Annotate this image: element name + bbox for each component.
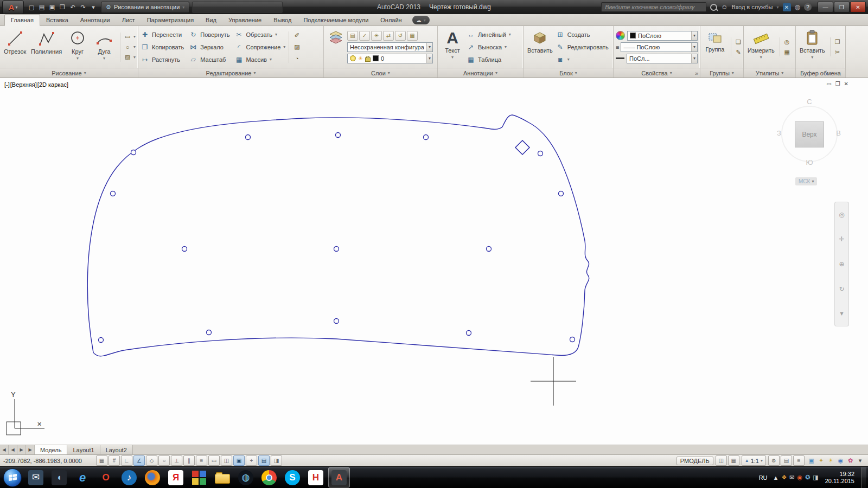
paste-button[interactable]: Вставить ▾ (798, 27, 827, 67)
groups-mini-1[interactable]: ❏ (733, 37, 743, 46)
ribbon-tab-3[interactable]: Аннотации (74, 15, 116, 25)
status-toggle-4[interactable]: ∠ (133, 455, 145, 466)
ie-icon[interactable]: e (72, 467, 93, 487)
layer-tool-2[interactable]: ✓ (359, 31, 370, 41)
panel-caption-layers[interactable]: Слои ▾ (324, 68, 437, 78)
insert-block-button[interactable]: Вставить (526, 27, 554, 67)
status-toggle-7[interactable]: ⊥ (171, 455, 182, 466)
status-colored-5[interactable]: ✿ (846, 457, 855, 464)
skype-icon[interactable]: S (282, 467, 303, 487)
status-more-3[interactable]: ≡ (793, 455, 805, 466)
layer-tool-3[interactable]: ☀ (371, 31, 382, 41)
layout-nav-2[interactable]: ◀ (9, 445, 17, 454)
layout-tab-модель[interactable]: Модель (35, 445, 67, 454)
panel-caption-clipboard[interactable]: Буфер обмена (796, 68, 845, 78)
modify-extra-2[interactable]: ▨ (292, 43, 302, 52)
chrome-icon[interactable] (258, 467, 280, 487)
connect-menu[interactable]: ☁ ▾ (412, 16, 430, 24)
status-more-1[interactable]: ⚙ (768, 455, 780, 466)
layer-tool-6[interactable]: ▦ (407, 31, 418, 41)
status-more-2[interactable]: ▤ (781, 455, 792, 466)
firefox-icon[interactable] (142, 467, 163, 487)
status-toggle-1[interactable]: ▦ (96, 455, 107, 466)
taskbar-clock[interactable]: 19:32 20.11.2015 (822, 471, 857, 485)
panel-caption-annotation[interactable]: Аннотации ▾ (438, 68, 523, 78)
clipboard-mini-1[interactable]: ❐ (833, 37, 843, 46)
minimize-button[interactable]: — (818, 2, 833, 12)
create-block-button[interactable]: ⊞ Создать (556, 28, 609, 41)
navbar-tool-5[interactable]: ▾ (840, 310, 843, 317)
clipboard-mini-2[interactable]: ✂ (833, 48, 843, 56)
search-icon[interactable] (710, 4, 717, 11)
navbar-tool-1[interactable]: ◎ (839, 211, 844, 219)
ribbon-tab-8[interactable]: Вывод (267, 15, 297, 25)
status-toggle-10[interactable]: ▭ (208, 455, 220, 466)
undo-icon[interactable]: ↶ (68, 2, 78, 12)
ribbon-tab-5[interactable]: Параметризация (141, 15, 200, 25)
status-toggle-11[interactable]: ◫ (221, 455, 232, 466)
viewport-view-control[interactable]: [Верхняя] (10, 81, 37, 88)
viewcube-west[interactable]: З (777, 129, 781, 137)
yandex-icon[interactable]: Я (165, 467, 187, 487)
linear-dimension-button[interactable]: ↔ Линейный ▾ (467, 28, 511, 41)
navbar-tool-4[interactable]: ↻ (839, 285, 844, 293)
status-toggle-6[interactable]: ○ (158, 455, 170, 466)
ribbon-tab-2[interactable]: Вставка (40, 15, 74, 25)
status-toggle-3[interactable]: ∟ (121, 455, 132, 466)
model-space-button[interactable]: РМОДЕЛЬ (676, 457, 713, 465)
viewport-restore-icon[interactable]: ❐ (835, 81, 840, 87)
draw-flyout-3[interactable]: ▨▾ (123, 53, 136, 62)
status-toggle-2[interactable]: # (108, 455, 120, 466)
status-toggle-12[interactable]: ▣ (233, 455, 245, 466)
speaker-icon[interactable]: ♪ (118, 467, 140, 487)
status-toggle-14[interactable]: ▤ (258, 455, 270, 466)
autocad-taskbar-icon[interactable]: A (328, 467, 350, 487)
layout-tab-layout2[interactable]: Layout2 (100, 445, 133, 454)
close-button[interactable]: ✕ (850, 2, 866, 12)
viewport-minimize-icon[interactable]: ▭ (826, 81, 831, 87)
utilities-mini-2[interactable]: ▦ (782, 48, 792, 56)
draw-flyout-1[interactable]: ▭▾ (123, 33, 136, 41)
layer-state-dropdown[interactable]: Несохраненная конфигурация сло ▾ (347, 42, 433, 52)
layer-properties-button[interactable] (326, 27, 346, 67)
panel-expand-icon[interactable]: » (695, 70, 698, 76)
search-input[interactable] (601, 2, 706, 12)
tray-icon-5[interactable]: ✪ (805, 474, 810, 481)
draw-flyout-2[interactable]: ○▾ (123, 43, 136, 52)
communication-icon[interactable]: ◍ (795, 3, 800, 11)
folder-icon[interactable] (212, 467, 233, 487)
qat-menu-icon[interactable]: ▾ (88, 2, 98, 12)
panel-caption-properties[interactable]: Свойства ▾ » (614, 68, 700, 78)
layer-tool-4[interactable]: ⇄ (383, 31, 394, 41)
layer-tool-5[interactable]: ↺ (395, 31, 406, 41)
leader-button[interactable]: ↗ Выноска ▾ (467, 41, 511, 53)
plot-icon[interactable]: ❒ (58, 2, 67, 12)
edit-block-button[interactable]: ✎ Редактировать (556, 41, 609, 53)
text-tool-button[interactable]: A Текст ▾ (440, 27, 465, 67)
modify-tool-2[interactable]: ❐Копировать (141, 41, 184, 53)
object-color-dropdown[interactable]: ПоСлою ▾ (627, 31, 698, 41)
tray-icon-3[interactable]: ✉ (789, 474, 794, 481)
modify-tool-3[interactable]: ↦Растянуть (141, 53, 184, 66)
tray-icon-6[interactable]: ◨ (813, 474, 818, 481)
start-button[interactable] (2, 467, 23, 487)
viewcube[interactable]: С Ю З В Верх МСК ▾ (775, 94, 844, 189)
viewcube-east[interactable]: В (836, 129, 841, 137)
navbar-tool-2[interactable]: ✛ (839, 235, 844, 243)
app-menu-button[interactable]: A ▾ (2, 1, 24, 14)
viewcube-north[interactable]: С (775, 98, 844, 106)
block-attributes-button[interactable]: ◙ ▾ (556, 53, 609, 66)
viewport-menu-control[interactable]: [-] (4, 81, 10, 88)
ribbon-tab-1[interactable]: Главная (4, 14, 40, 26)
modify-tool-6[interactable]: ▱Масштаб (189, 53, 229, 66)
tray-icon-1[interactable]: ▲ (773, 474, 779, 481)
circle-tool-button[interactable]: Круг ▾ (65, 27, 90, 67)
globe-app-icon[interactable]: ◍ (235, 467, 257, 487)
status-toggle-13[interactable]: + (246, 455, 257, 466)
save-icon[interactable]: ▣ (47, 2, 57, 12)
lineweight-dropdown[interactable]: ПоСл... ▾ (627, 54, 698, 63)
signin-button[interactable]: Вход в службы (731, 4, 773, 10)
line-tool-button[interactable]: Отрезок (2, 27, 28, 67)
status-colored-4[interactable]: ◉ (836, 457, 845, 464)
status-toggle-8[interactable]: ∥ (183, 455, 195, 466)
